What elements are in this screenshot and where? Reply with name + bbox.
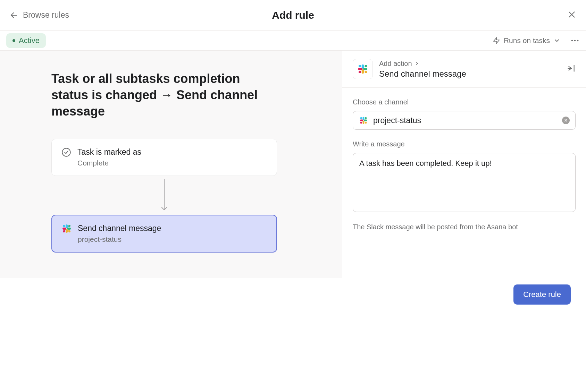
channel-field-label: Choose a channel — [353, 98, 576, 106]
action-card[interactable]: Send channel message project-status — [51, 215, 277, 253]
channel-value: project-status — [373, 116, 557, 125]
panel-title: Send channel message — [379, 69, 560, 79]
status-label: Active — [19, 36, 40, 45]
flow-canvas: Task or all subtasks completion status i… — [0, 51, 342, 278]
action-config-panel: Add action Send channel message Choose a… — [342, 51, 586, 278]
close-icon — [567, 10, 576, 19]
svg-point-5 — [574, 40, 576, 41]
trigger-card-subtitle: Complete — [77, 159, 267, 167]
runs-on-dropdown[interactable]: Runs on tasks — [493, 36, 560, 45]
create-rule-button[interactable]: Create rule — [513, 284, 571, 305]
rule-summary-title: Task or all subtasks completion status i… — [51, 71, 263, 119]
panel-header: Add action Send channel message — [342, 51, 586, 88]
clear-channel-button[interactable] — [562, 117, 570, 124]
slack-icon — [62, 224, 72, 233]
action-card-title: Send channel message — [78, 224, 267, 233]
slack-icon — [353, 59, 373, 79]
action-card-subtitle: project-status — [78, 235, 267, 244]
collapse-panel-button[interactable] — [567, 64, 576, 74]
panel-breadcrumb[interactable]: Add action — [379, 60, 560, 68]
more-menu-button[interactable] — [570, 36, 580, 45]
panel-body: Choose a channel project-status Write a … — [342, 88, 586, 278]
channel-input[interactable]: project-status — [353, 111, 576, 130]
browse-rules-button[interactable]: Browse rules — [10, 10, 69, 20]
check-circle-icon — [61, 147, 71, 157]
close-button[interactable] — [567, 10, 576, 20]
more-horizontal-icon — [570, 36, 580, 45]
message-textarea[interactable] — [353, 153, 576, 212]
main-content: Task or all subtasks completion status i… — [0, 51, 586, 278]
footer: Create rule — [0, 278, 586, 311]
runs-on-label: Runs on tasks — [504, 36, 550, 45]
x-icon — [564, 119, 568, 122]
trigger-card-title: Task is marked as — [77, 147, 267, 157]
status-badge[interactable]: Active — [6, 33, 46, 48]
breadcrumb-label: Add action — [379, 60, 412, 68]
browse-rules-label: Browse rules — [23, 10, 69, 20]
chevron-down-icon — [553, 37, 560, 44]
svg-point-6 — [577, 40, 579, 41]
chevron-right-icon — [414, 61, 420, 66]
flow-connector — [51, 176, 277, 215]
collapse-right-icon — [567, 64, 576, 73]
helper-text: The Slack message will be posted from th… — [353, 223, 576, 231]
svg-point-4 — [571, 40, 573, 41]
trigger-card[interactable]: Task is marked as Complete — [51, 139, 277, 176]
svg-marker-3 — [494, 37, 500, 43]
arrow-down-icon — [160, 178, 168, 213]
status-dot-icon — [12, 39, 15, 42]
slack-icon — [359, 116, 368, 125]
svg-point-7 — [62, 148, 70, 156]
toolbar: Active Runs on tasks — [0, 31, 586, 51]
message-field-label: Write a message — [353, 140, 576, 148]
arrow-left-icon — [10, 11, 18, 19]
lightning-icon — [493, 37, 500, 44]
page-title: Add rule — [272, 9, 314, 21]
header-bar: Browse rules Add rule — [0, 0, 586, 31]
